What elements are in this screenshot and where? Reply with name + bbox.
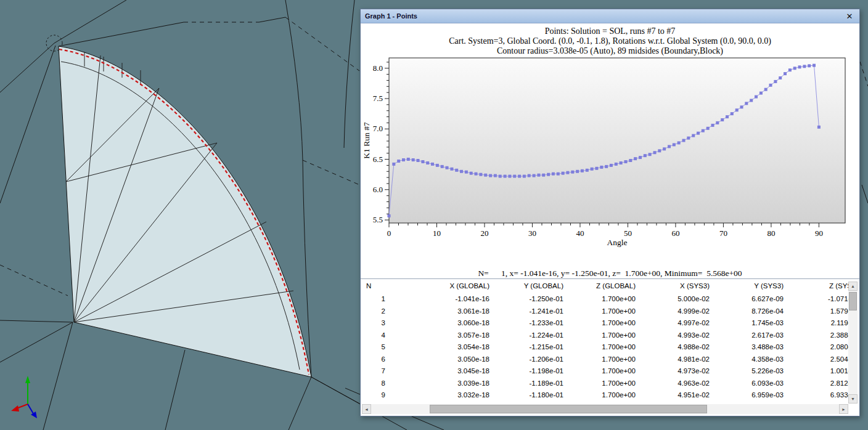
svg-text:5.5: 5.5 — [373, 215, 383, 224]
scroll-up-icon[interactable]: ▲ — [848, 282, 858, 291]
table-cell: 3.050e-18 — [404, 354, 503, 366]
table-cell: 1.700e+00 — [577, 365, 649, 378]
table-body: 1-1.041e-16-1.250e-011.700e+005.000e-026… — [361, 293, 859, 402]
vertical-scrollbar-thumb[interactable] — [849, 292, 857, 310]
table-cell: 1.700e+00 — [577, 378, 649, 390]
graph-panel: Points: Solution = SOL, runs #7 to #7 Ca… — [361, 23, 859, 278]
table-cell: 1.579e — [797, 306, 854, 318]
table-cell: 3.057e-18 — [404, 330, 503, 342]
graph-window: Graph 1 - Points ✕ Points: Solution = SO… — [360, 9, 860, 416]
table-cell: 4.951e-02 — [649, 389, 723, 402]
table-cell: 3 — [361, 317, 404, 330]
table-cell: -1.241e-01 — [503, 306, 577, 318]
column-header-1[interactable]: X (GLOBAL) — [404, 279, 503, 293]
svg-text:20: 20 — [480, 229, 488, 238]
table-cell: -1.198e-01 — [503, 365, 577, 378]
column-header-6[interactable]: Z (SYS — [797, 279, 854, 293]
column-header-5[interactable]: Y (SYS3) — [723, 279, 797, 293]
table-cell: 3.061e-18 — [404, 306, 503, 318]
svg-text:8.0: 8.0 — [373, 63, 383, 73]
table-row[interactable]: 73.045e-18-1.198e-011.700e+004.973e-025.… — [361, 365, 859, 378]
close-icon[interactable]: ✕ — [844, 10, 855, 22]
table-cell: 4.963e-02 — [649, 378, 723, 390]
table-cell: 8.726e-04 — [723, 306, 797, 318]
table-cell: 3.032e-18 — [404, 389, 503, 402]
table-cell: -1.224e-01 — [503, 330, 577, 342]
table-cell: 3.039e-18 — [404, 378, 503, 390]
table-cell: 9 — [361, 389, 404, 402]
table-cell: 4.997e-02 — [649, 317, 723, 330]
table-cell: 5.000e-02 — [649, 293, 723, 306]
table-row[interactable]: 33.060e-18-1.233e-011.700e+004.997e-021.… — [361, 317, 859, 330]
svg-text:50: 50 — [624, 229, 632, 238]
graph-header-line1: Points: Solution = SOL, runs #7 to #7 — [361, 26, 859, 36]
table-cell: 1.700e+00 — [577, 293, 649, 306]
table-row[interactable]: 93.032e-18-1.180e-011.700e+004.951e-026.… — [361, 389, 859, 402]
scroll-left-icon[interactable]: ◄ — [362, 404, 371, 414]
table-cell: 6 — [361, 354, 404, 366]
table-cell: 6.093e-03 — [723, 378, 797, 390]
table-cell: 1.700e+00 — [577, 354, 649, 366]
table-cell: 1.700e+00 — [577, 306, 649, 318]
table-cell: -1.041e-16 — [404, 293, 503, 306]
table-cell: 2.617e-03 — [723, 330, 797, 342]
table-cell: 3.045e-18 — [404, 365, 503, 378]
table-row[interactable]: 43.057e-18-1.224e-011.700e+004.993e-022.… — [361, 330, 859, 342]
table-cell: 4.981e-02 — [649, 354, 723, 366]
k1-angle-chart: 01020304050607080905.56.06.57.07.58.0Ang… — [361, 52, 858, 250]
scroll-down-icon[interactable]: ▼ — [848, 394, 858, 404]
minimum-info-line: N= 1, x= -1.041e-16, y= -1.250e-01, z= 1… — [361, 269, 859, 278]
model-sector[interactable] — [59, 46, 311, 377]
table-cell: -1.215e-01 — [503, 341, 577, 354]
svg-text:10: 10 — [433, 229, 441, 238]
table-cell: 1.700e+00 — [577, 330, 649, 342]
column-header-3[interactable]: Z (GLOBAL) — [577, 279, 649, 293]
scroll-right-icon[interactable]: ► — [839, 404, 848, 414]
table-cell: 5 — [361, 341, 404, 354]
table-cell: 2.812e — [797, 378, 854, 390]
table-row[interactable]: 1-1.041e-16-1.250e-011.700e+005.000e-026… — [361, 293, 859, 306]
svg-text:70: 70 — [719, 229, 727, 238]
graph-info: N= 1, x= -1.041e-16, y= -1.250e-01, z= 1… — [361, 249, 859, 278]
table-cell: 1.700e+00 — [577, 341, 649, 354]
table-cell: 8 — [361, 378, 404, 390]
table-cell: 3.054e-18 — [404, 341, 503, 354]
table-cell: 7 — [361, 365, 404, 378]
table-cell: 6.933e — [797, 389, 854, 402]
svg-text:6.5: 6.5 — [373, 155, 383, 164]
table-header-row: NX (GLOBAL)Y (GLOBAL)Z (GLOBAL)X (SYS3)Y… — [361, 279, 859, 293]
svg-text:Angle: Angle — [607, 238, 628, 247]
window-titlebar[interactable]: Graph 1 - Points ✕ — [361, 9, 859, 23]
horizontal-scrollbar[interactable]: ◄ ► — [362, 404, 848, 414]
horizontal-scrollbar-thumb[interactable] — [430, 405, 707, 413]
svg-text:80: 80 — [767, 229, 775, 238]
table-cell: 1.745e-03 — [723, 317, 797, 330]
table-cell: 4.358e-03 — [723, 354, 797, 366]
table-row[interactable]: 23.061e-18-1.241e-011.700e+004.999e-028.… — [361, 306, 859, 318]
table-row[interactable]: 63.050e-18-1.206e-011.700e+004.981e-024.… — [361, 354, 859, 366]
table-cell: 5.226e-03 — [723, 365, 797, 378]
table-cell: -1.250e-01 — [503, 293, 577, 306]
orientation-triad — [11, 376, 37, 418]
table-cell: 4.988e-02 — [649, 341, 723, 354]
column-header-0[interactable]: N — [361, 279, 404, 293]
table-cell: -1.206e-01 — [503, 354, 577, 366]
table-cell: 6.627e-09 — [723, 293, 797, 306]
svg-text:90: 90 — [815, 229, 823, 238]
column-header-4[interactable]: X (SYS3) — [649, 279, 723, 293]
table-cell: 1.700e+00 — [577, 317, 649, 330]
table-cell: 2.504e — [797, 354, 854, 366]
table-cell: 2.119e — [797, 317, 854, 330]
table-cell: 1.001e — [797, 365, 854, 378]
column-header-2[interactable]: Y (GLOBAL) — [503, 279, 577, 293]
application-screen: Graph 1 - Points ✕ Points: Solution = SO… — [0, 0, 868, 430]
table-row[interactable]: 83.039e-18-1.189e-011.700e+004.963e-026.… — [361, 378, 859, 390]
svg-text:K1 Run #7: K1 Run #7 — [362, 122, 371, 159]
vertical-scrollbar[interactable]: ▲ ▼ — [848, 282, 858, 404]
table-cell: -1.071e — [797, 293, 854, 306]
table-cell: 4.993e-02 — [649, 330, 723, 342]
table-cell: 2 — [361, 306, 404, 318]
graph-header-line2: Cart. System=3, Global Coord. (0.0, -0.1… — [361, 36, 859, 46]
table-row[interactable]: 53.054e-18-1.215e-011.700e+004.988e-023.… — [361, 341, 859, 354]
table-cell: -1.189e-01 — [503, 378, 577, 390]
